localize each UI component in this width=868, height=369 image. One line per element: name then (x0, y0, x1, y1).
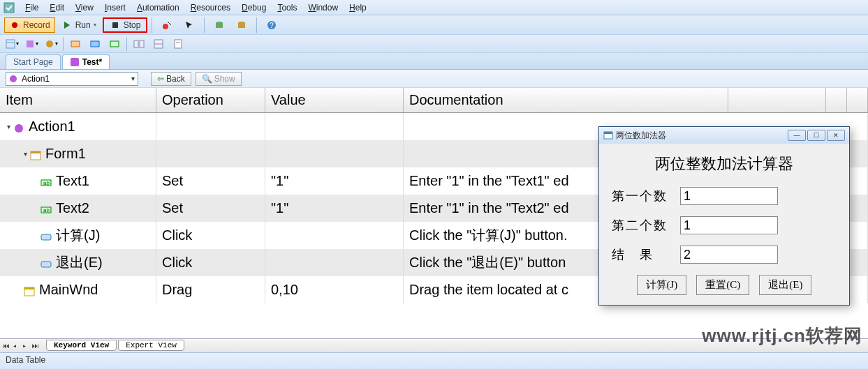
calculator-heading: 两位整数加法计算器 (612, 153, 837, 174)
svg-rect-22 (71, 58, 79, 66)
collapse-icon[interactable]: ▾ (7, 123, 10, 130)
col-documentation[interactable]: Documentation (404, 88, 728, 112)
tab-expert-view[interactable]: Expert View (118, 340, 184, 351)
app-icon (3, 2, 15, 13)
reset-button[interactable]: 重置(C) (696, 275, 749, 295)
svg-rect-16 (134, 40, 138, 47)
stb-8[interactable] (151, 36, 166, 52)
item-name: Text1 (56, 173, 89, 189)
action-icon (8, 74, 18, 84)
menu-resources[interactable]: Resources (185, 1, 236, 14)
menu-edit[interactable]: Edit (44, 1, 70, 14)
text-icon: ab (41, 203, 52, 214)
stb-6[interactable] (107, 36, 122, 52)
operation-cell: Click (156, 249, 265, 276)
col-extra1[interactable] (728, 88, 826, 112)
menu-debug[interactable]: Debug (236, 1, 272, 14)
svg-text:ab: ab (43, 180, 50, 186)
window-icon (603, 130, 613, 140)
col-item[interactable]: Item (0, 88, 156, 112)
stb-2[interactable]: ▾ (24, 36, 39, 52)
col-extra3[interactable] (847, 88, 868, 112)
input-result[interactable] (680, 246, 778, 264)
nav-last[interactable]: ⏭ (32, 342, 41, 350)
svg-rect-20 (175, 40, 182, 48)
nav-prev[interactable]: ◂ (13, 342, 21, 350)
exit-button[interactable]: 退出(E) (759, 275, 811, 295)
stb-9[interactable] (170, 36, 186, 52)
svg-rect-10 (6, 40, 15, 48)
col-extra2[interactable] (826, 88, 847, 112)
col-value[interactable]: Value (265, 88, 404, 112)
menu-view[interactable]: View (70, 1, 99, 14)
close-button[interactable]: ✕ (827, 130, 845, 141)
menu-tools[interactable]: Tools (272, 1, 302, 14)
record-label: Record (23, 20, 50, 30)
stb-4[interactable] (68, 36, 83, 52)
svg-rect-14 (91, 41, 99, 47)
menu-help[interactable]: Help (344, 1, 372, 14)
value-cell: "1" (265, 195, 404, 222)
arrow-left-icon: ⇦ (157, 74, 164, 84)
secondary-toolbar: ▾ ▾ ▾ (0, 35, 868, 53)
stb-7[interactable] (131, 36, 147, 52)
show-button[interactable]: 🔍 Show (196, 72, 242, 86)
menu-insert[interactable]: Insert (99, 1, 131, 14)
item-name: Action1 (29, 119, 75, 135)
stb-5[interactable] (87, 36, 103, 52)
calc-button[interactable]: 计算(J) (637, 275, 687, 295)
tool-help[interactable]: ? (261, 17, 282, 33)
label-num1: 第一个数 (612, 188, 668, 204)
tab-test[interactable]: Test* (62, 54, 110, 69)
back-button[interactable]: ⇦ Back (151, 72, 191, 86)
svg-rect-32 (41, 262, 51, 267)
svg-rect-17 (140, 40, 144, 47)
form-icon (30, 149, 41, 160)
record-button[interactable]: Record (4, 17, 55, 33)
col-operation[interactable]: Operation (156, 88, 265, 112)
window-icon (24, 285, 35, 296)
input-num2[interactable] (680, 216, 778, 234)
operation-cell: Drag (156, 276, 265, 303)
svg-rect-0 (4, 3, 14, 13)
nav-first[interactable]: ⏮ (3, 342, 11, 350)
calculator-window: 两位数加法器 ― ☐ ✕ 两位整数加法计算器 第一个数 第二个数 结 果 计算(… (598, 126, 850, 306)
menu-file[interactable]: File (20, 1, 44, 14)
help-icon: ? (266, 20, 277, 31)
stb-3[interactable]: ▾ (43, 36, 59, 52)
tool-db[interactable] (209, 17, 230, 33)
menu-automation[interactable]: Automation (131, 1, 185, 14)
svg-rect-2 (112, 22, 118, 28)
run-button[interactable]: Run ▾ (57, 17, 101, 33)
value-cell: "1" (265, 167, 404, 195)
tool-cursor-1[interactable] (156, 17, 177, 33)
data-table-panel[interactable]: Data Table (0, 352, 868, 369)
window-titlebar[interactable]: 两位数加法器 ― ☐ ✕ (599, 127, 849, 144)
svg-rect-5 (216, 23, 223, 28)
maximize-button[interactable]: ☐ (807, 130, 825, 141)
item-name: MainWnd (39, 282, 98, 298)
nav-next[interactable]: ▸ (22, 342, 31, 350)
action-selector[interactable]: Action1 (6, 72, 138, 86)
tab-start-page[interactable]: Start Page (6, 54, 61, 69)
button-icon (41, 230, 52, 241)
collapse-icon[interactable]: ▾ (24, 150, 27, 158)
tab-keyword-view[interactable]: Keyword View (46, 340, 117, 351)
stop-icon (110, 20, 121, 31)
item-name: Form1 (45, 146, 86, 162)
value-cell (265, 113, 404, 140)
run-label: Run (75, 20, 91, 30)
stop-button[interactable]: Stop (103, 17, 148, 33)
svg-rect-13 (71, 41, 80, 47)
svg-rect-7 (238, 23, 245, 28)
menu-window[interactable]: Window (302, 1, 344, 14)
input-num1[interactable] (680, 187, 778, 205)
play-icon (61, 20, 73, 31)
stb-1[interactable]: ▾ (4, 36, 20, 52)
operation-cell: Set (156, 167, 265, 195)
tool-db2[interactable] (231, 17, 252, 33)
operation-cell (156, 140, 265, 167)
minimize-button[interactable]: ― (788, 130, 806, 141)
tool-cursor-2[interactable] (179, 17, 200, 33)
value-cell (265, 249, 404, 276)
